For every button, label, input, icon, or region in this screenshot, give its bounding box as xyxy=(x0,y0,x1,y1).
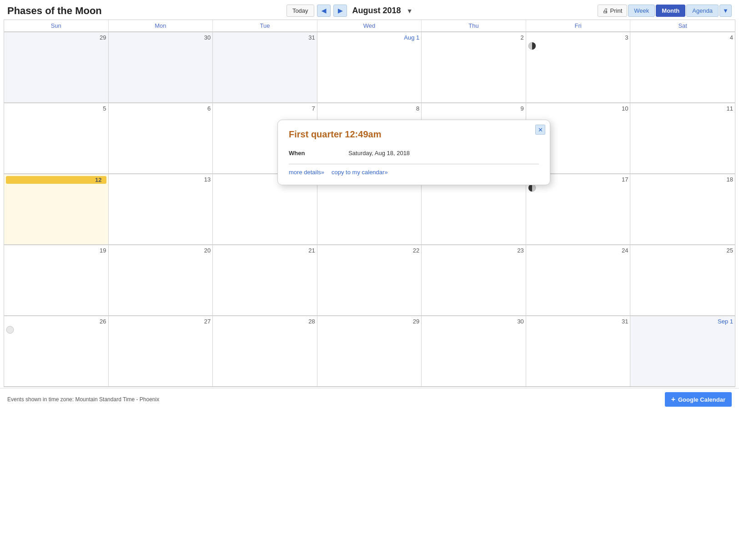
day-cell[interactable]: 23 xyxy=(422,245,526,316)
popup-when-label: When xyxy=(289,147,348,159)
day-cell[interactable]: 22 xyxy=(317,245,422,316)
copy-to-calendar-link[interactable]: copy to my calendar» xyxy=(332,169,388,176)
header-wed: Wed xyxy=(317,20,422,31)
popup-close-button[interactable]: ✕ xyxy=(535,125,545,135)
day-cell[interactable]: 18 xyxy=(630,174,735,245)
week-row-5: 26 27 28 29 30 31 Sep 1 xyxy=(4,316,735,387)
calendar-container: Sun Mon Tue Wed Thu Fri Sat 29 30 31 Aug… xyxy=(0,20,739,387)
day-cell[interactable]: 31 xyxy=(526,316,631,387)
day-cell[interactable]: 24 xyxy=(526,245,631,316)
day-cell[interactable]: 5 xyxy=(4,103,109,174)
footer: Events shown in time zone: Mountain Stan… xyxy=(0,388,739,410)
week-row-1: 29 30 31 Aug 1 2 3 4 xyxy=(4,32,735,103)
header-thu: Thu xyxy=(422,20,526,31)
event-popup: ✕ First quarter 12:49am When Saturday, A… xyxy=(277,120,550,185)
header-tue: Tue xyxy=(213,20,317,31)
day-cell[interactable]: 21 xyxy=(213,245,317,316)
google-calendar-button[interactable]: + Google Calendar xyxy=(665,392,732,407)
month-view-button[interactable]: Month xyxy=(656,5,685,17)
day-cell[interactable]: 31 xyxy=(213,32,317,103)
agenda-view-button[interactable]: Agenda xyxy=(686,5,719,17)
day-cell[interactable]: 30 xyxy=(422,316,526,387)
popup-when-value: Saturday, Aug 18, 2018 xyxy=(348,147,539,159)
next-month-button[interactable]: ▶ xyxy=(333,5,347,17)
month-dropdown-arrow[interactable]: ▼ xyxy=(407,7,413,15)
header-mon: Mon xyxy=(109,20,213,31)
day-cell[interactable]: 2 xyxy=(422,32,526,103)
day-cell[interactable]: 11 xyxy=(630,103,735,174)
day-cell[interactable]: 28 xyxy=(213,316,317,387)
header-fri: Fri xyxy=(526,20,631,31)
more-details-link[interactable]: more details» xyxy=(289,169,324,176)
header-sat: Sat xyxy=(630,20,735,31)
day-cell[interactable]: Aug 1 xyxy=(317,32,422,103)
agenda-dropdown-button[interactable]: ▼ xyxy=(719,5,732,17)
popup-details-table: When Saturday, Aug 18, 2018 xyxy=(289,147,539,159)
today-button[interactable]: Today xyxy=(287,5,314,17)
day-cell[interactable]: 29 xyxy=(4,32,109,103)
day-cell[interactable]: 27 xyxy=(109,316,213,387)
printer-icon: 🖨 xyxy=(603,7,608,14)
day-cell-today[interactable]: 12 xyxy=(4,174,109,245)
page-title: Phases of the Moon xyxy=(7,5,102,17)
moon-first-quarter-icon xyxy=(528,42,536,50)
day-cell-aug26[interactable]: 26 xyxy=(4,316,109,387)
day-cell-aug3[interactable]: 3 xyxy=(526,32,631,103)
day-cell[interactable]: 30 xyxy=(109,32,213,103)
popup-title: First quarter 12:49am xyxy=(289,129,539,140)
day-cell[interactable]: 29 xyxy=(317,316,422,387)
footer-timezone-text: Events shown in time zone: Mountain Stan… xyxy=(7,396,159,403)
popup-links: more details» copy to my calendar» xyxy=(289,169,539,176)
day-cell[interactable]: 20 xyxy=(109,245,213,316)
week-view-button[interactable]: Week xyxy=(628,5,655,17)
week-row-4: 19 20 21 22 23 24 25 xyxy=(4,245,735,316)
day-cell[interactable]: 25 xyxy=(630,245,735,316)
print-button[interactable]: 🖨 Print xyxy=(598,5,628,17)
plus-icon: + xyxy=(671,395,675,404)
prev-month-button[interactable]: ◀ xyxy=(317,5,331,17)
day-cell[interactable]: 4 xyxy=(630,32,735,103)
moon-event-aug3[interactable] xyxy=(528,42,628,50)
google-calendar-label: Google Calendar xyxy=(678,396,725,403)
moon-new-icon xyxy=(6,326,14,334)
day-headers-row: Sun Mon Tue Wed Thu Fri Sat xyxy=(4,20,735,32)
day-cell[interactable]: 19 xyxy=(4,245,109,316)
day-cell[interactable]: 13 xyxy=(109,174,213,245)
month-year-label: August 2018 xyxy=(352,6,401,15)
popup-divider xyxy=(289,164,539,164)
day-cell[interactable]: 6 xyxy=(109,103,213,174)
svg-point-3 xyxy=(7,327,13,333)
header-sun: Sun xyxy=(4,20,109,31)
moon-event-aug26[interactable] xyxy=(6,326,106,334)
day-cell-sep1[interactable]: Sep 1 xyxy=(630,316,735,387)
